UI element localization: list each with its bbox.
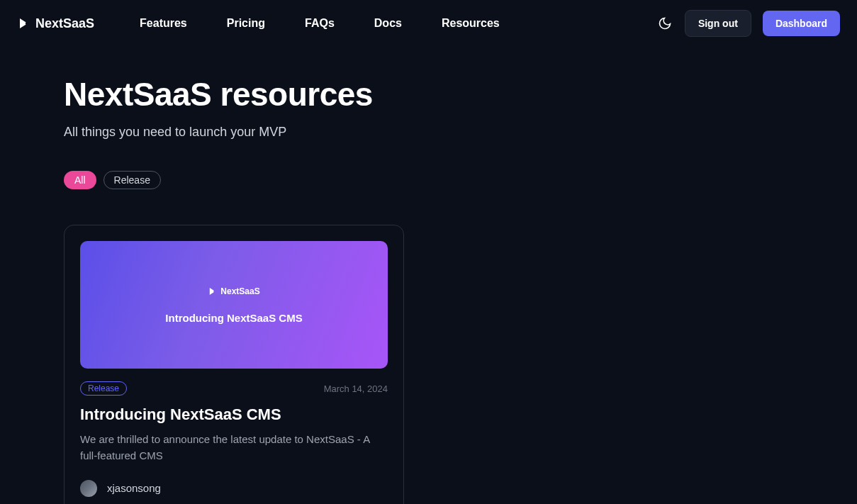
filter-all[interactable]: All bbox=[64, 171, 96, 189]
play-icon bbox=[17, 16, 31, 30]
card-title: Introducing NextSaaS CMS bbox=[80, 405, 388, 424]
filter-bar: All Release bbox=[64, 171, 793, 189]
card-image-brand-text: NextSaaS bbox=[220, 286, 259, 296]
nav-resources[interactable]: Resources bbox=[442, 17, 500, 30]
card-hero-image: NextSaaS Introducing NextSaaS CMS bbox=[80, 241, 388, 369]
dashboard-button[interactable]: Dashboard bbox=[763, 11, 840, 36]
page-subtitle: All things you need to launch your MVP bbox=[64, 125, 793, 140]
resource-card[interactable]: NextSaaS Introducing NextSaaS CMS Releas… bbox=[64, 225, 404, 504]
main-content: NextSaaS resources All things you need t… bbox=[0, 47, 857, 504]
card-category-badge: Release bbox=[80, 381, 127, 396]
svg-point-1 bbox=[214, 290, 216, 292]
brand-logo[interactable]: NextSaaS bbox=[17, 16, 94, 31]
signout-button[interactable]: Sign out bbox=[685, 10, 751, 37]
page-title: NextSaaS resources bbox=[64, 75, 793, 113]
nav-pricing[interactable]: Pricing bbox=[227, 17, 265, 30]
filter-release[interactable]: Release bbox=[103, 171, 161, 189]
card-description: We are thrilled to announce the latest u… bbox=[80, 431, 388, 464]
avatar bbox=[80, 480, 97, 497]
header-actions: Sign out Dashboard bbox=[656, 10, 840, 37]
site-header: NextSaaS Features Pricing FAQs Docs Reso… bbox=[0, 0, 857, 47]
author-name: xjasonsong bbox=[107, 482, 161, 494]
card-meta-row: Release March 14, 2024 bbox=[80, 381, 388, 396]
card-image-brand: NextSaaS bbox=[208, 286, 259, 296]
nav-docs[interactable]: Docs bbox=[374, 17, 402, 30]
moon-icon[interactable] bbox=[656, 15, 673, 32]
card-author-row: xjasonsong bbox=[80, 480, 388, 497]
card-image-headline: Introducing NextSaaS CMS bbox=[165, 312, 302, 324]
brand-text: NextSaaS bbox=[35, 16, 94, 31]
nav-features[interactable]: Features bbox=[140, 17, 187, 30]
primary-nav: Features Pricing FAQs Docs Resources bbox=[140, 17, 500, 30]
svg-point-0 bbox=[26, 22, 28, 25]
card-date: March 14, 2024 bbox=[324, 383, 388, 394]
nav-faqs[interactable]: FAQs bbox=[305, 17, 335, 30]
